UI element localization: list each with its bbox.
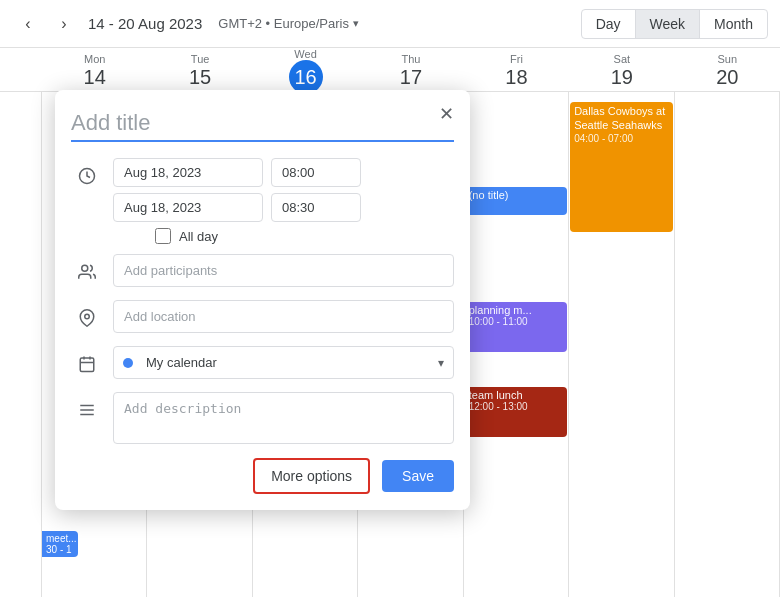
description-row bbox=[71, 392, 454, 444]
day-abbr-sun: Sun bbox=[717, 53, 737, 65]
day-header-fri: Fri 18 bbox=[464, 48, 569, 94]
date-time-group: Aug 18, 2023 08:00 Aug 18, 2023 08:30 Al… bbox=[113, 158, 454, 244]
end-date-input[interactable]: Aug 18, 2023 bbox=[113, 193, 263, 222]
event-dallas-title: Dallas Cowboys at Seattle Seahawks bbox=[574, 104, 668, 133]
event-team-lunch-title: team lunch bbox=[469, 389, 563, 401]
start-time-input[interactable]: 08:00 bbox=[271, 158, 361, 187]
day-abbr-mon: Mon bbox=[84, 53, 105, 65]
event-no-title[interactable]: (no title) bbox=[465, 187, 567, 215]
week-view-button[interactable]: Week bbox=[636, 10, 701, 38]
day-view-button[interactable]: Day bbox=[582, 10, 636, 38]
day-abbr-tue: Tue bbox=[191, 53, 210, 65]
allday-row: All day bbox=[155, 228, 454, 244]
allday-checkbox[interactable] bbox=[155, 228, 171, 244]
event-planning-title: planning m... bbox=[469, 304, 563, 316]
date-range: 14 - 20 Aug 2023 bbox=[88, 15, 202, 32]
day-abbr-sat: Sat bbox=[614, 53, 631, 65]
view-buttons: Day Week Month bbox=[581, 9, 768, 39]
svg-rect-3 bbox=[80, 358, 94, 372]
day-abbr-fri: Fri bbox=[510, 53, 523, 65]
location-icon bbox=[71, 300, 103, 336]
participants-input[interactable] bbox=[113, 254, 454, 287]
day-col-fri[interactable]: (no title) planning m... 10:00 - 11:00 t… bbox=[464, 92, 569, 597]
location-row bbox=[71, 300, 454, 336]
event-team-lunch[interactable]: team lunch 12:00 - 13:00 bbox=[465, 387, 567, 437]
day-num-mon: 14 bbox=[84, 65, 106, 89]
start-datetime-row: Aug 18, 2023 08:00 bbox=[113, 158, 454, 187]
top-bar: ‹ › 14 - 20 Aug 2023 GMT+2 • Europe/Pari… bbox=[0, 0, 780, 48]
description-icon bbox=[71, 392, 103, 428]
day-num-tue: 15 bbox=[189, 65, 211, 89]
location-input[interactable] bbox=[113, 300, 454, 333]
event-dallas[interactable]: Dallas Cowboys at Seattle Seahawks 04:00… bbox=[570, 102, 672, 232]
calendar-row: My calendar ▾ bbox=[71, 346, 454, 382]
day-header-mon: Mon 14 bbox=[42, 48, 147, 94]
day-num-wed: 16 bbox=[289, 60, 323, 94]
month-view-button[interactable]: Month bbox=[700, 10, 767, 38]
event-title-input[interactable] bbox=[71, 106, 454, 142]
calendar-select[interactable]: My calendar bbox=[113, 346, 454, 379]
calendar-icon bbox=[71, 346, 103, 382]
prev-button[interactable]: ‹ bbox=[12, 8, 44, 40]
day-num-thu: 17 bbox=[400, 65, 422, 89]
day-headers: Mon 14 Tue 15 Wed 16 Thu 17 Fri 18 Sat 1… bbox=[0, 48, 780, 92]
start-date-input[interactable]: Aug 18, 2023 bbox=[113, 158, 263, 187]
timezone-dropdown-icon[interactable]: ▾ bbox=[353, 17, 359, 30]
day-header-tue: Tue 15 bbox=[147, 48, 252, 94]
people-icon bbox=[71, 254, 103, 290]
day-num-sat: 19 bbox=[611, 65, 633, 89]
timezone-text: GMT+2 • Europe/Paris bbox=[218, 16, 349, 31]
next-button[interactable]: › bbox=[48, 8, 80, 40]
popup-footer: More options Save bbox=[71, 458, 454, 494]
event-dallas-subtitle: 04:00 - 07:00 bbox=[574, 133, 668, 144]
svg-point-1 bbox=[82, 265, 88, 271]
clock-icon bbox=[71, 158, 103, 194]
event-planning[interactable]: planning m... 10:00 - 11:00 bbox=[465, 302, 567, 352]
side-event-meet[interactable]: meet... 30 - 1 bbox=[42, 531, 78, 557]
day-header-wed: Wed 16 bbox=[253, 48, 358, 94]
popup-close-button[interactable]: ✕ bbox=[432, 100, 460, 128]
end-datetime-row: Aug 18, 2023 08:30 bbox=[113, 193, 454, 222]
time-header-empty bbox=[0, 48, 42, 94]
allday-label[interactable]: All day bbox=[179, 229, 218, 244]
save-button[interactable]: Save bbox=[382, 460, 454, 492]
svg-point-2 bbox=[85, 314, 90, 319]
nav-arrows: ‹ › bbox=[12, 8, 80, 40]
day-header-thu: Thu 17 bbox=[358, 48, 463, 94]
day-num-sun: 20 bbox=[716, 65, 738, 89]
event-no-title-text: (no title) bbox=[469, 189, 509, 201]
timezone: GMT+2 • Europe/Paris ▾ bbox=[218, 16, 359, 31]
event-team-lunch-subtitle: 12:00 - 13:00 bbox=[469, 401, 563, 412]
day-col-sun[interactable] bbox=[675, 92, 780, 597]
new-event-popup: ✕ Aug 18, 2023 08:00 Aug 18, 2023 08:30 … bbox=[55, 90, 470, 510]
time-column bbox=[0, 92, 42, 597]
day-header-sat: Sat 19 bbox=[569, 48, 674, 94]
calendar-select-wrapper: My calendar ▾ bbox=[113, 346, 454, 379]
day-header-sun: Sun 20 bbox=[675, 48, 780, 94]
day-num-fri: 18 bbox=[505, 65, 527, 89]
event-planning-subtitle: 10:00 - 11:00 bbox=[469, 316, 563, 327]
end-time-input[interactable]: 08:30 bbox=[271, 193, 361, 222]
more-options-button[interactable]: More options bbox=[253, 458, 370, 494]
day-abbr-wed: Wed bbox=[294, 48, 316, 60]
datetime-row: Aug 18, 2023 08:00 Aug 18, 2023 08:30 Al… bbox=[71, 158, 454, 244]
description-input[interactable] bbox=[113, 392, 454, 444]
participants-row bbox=[71, 254, 454, 290]
calendar-color-dot bbox=[123, 358, 133, 368]
day-col-sat[interactable]: Dallas Cowboys at Seattle Seahawks 04:00… bbox=[569, 92, 674, 597]
day-abbr-thu: Thu bbox=[402, 53, 421, 65]
